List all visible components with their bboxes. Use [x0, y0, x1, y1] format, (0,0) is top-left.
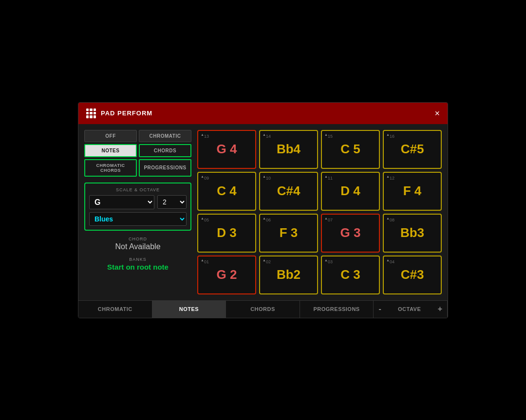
bottom-progressions-button[interactable]: PROGRESSIONS [300, 301, 374, 318]
pad-number: ▲07 [324, 217, 333, 222]
pad-number: ▲02 [263, 258, 271, 264]
bottom-chords-button[interactable]: CHORDS [226, 301, 300, 318]
octave-label: OCTAVE [386, 306, 433, 312]
mode-notes-button[interactable]: NOTES [84, 144, 137, 157]
banks-section: BANKS Start on root note [84, 257, 191, 271]
pad-note: C 5 [340, 142, 360, 157]
pad-note: D 3 [217, 225, 236, 240]
pad-note: C#5 [401, 142, 424, 157]
pad-number: ▲12 [386, 175, 394, 181]
pad-number: ▲15 [324, 133, 333, 139]
pad-note: C#3 [401, 267, 424, 282]
pad-grid: ▲13 G 4 ▲14 Bb4 ▲15 C 5 ▲16 C#5 ▲09 C 4 … [197, 130, 442, 294]
scale-octave-section: SCALE & OCTAVE G 2 Blues [84, 183, 191, 231]
pad-note: F 3 [280, 225, 298, 240]
octave-minus-button[interactable]: - [374, 301, 386, 318]
pad-07[interactable]: ▲07 G 3 [321, 214, 380, 253]
pad-note: G 2 [217, 267, 237, 282]
modal-overlay: PAD PERFORM × OFF CHROMATIC NOTES CHORDS… [0, 0, 526, 420]
pad-note: G 4 [217, 142, 237, 157]
octave-select[interactable]: 2 [157, 195, 187, 209]
modal-header: PAD PERFORM × [78, 103, 448, 124]
pad-03[interactable]: ▲03 C 3 [321, 256, 380, 294]
bottom-bar: CHROMATIC NOTES CHORDS PROGRESSIONS - OC… [78, 300, 448, 318]
pad-note: C 4 [217, 183, 236, 199]
pad-02[interactable]: ▲02 Bb2 [259, 256, 318, 294]
pad-number: ▲08 [386, 217, 394, 222]
grid-icon [86, 109, 96, 118]
mode-grid: OFF CHROMATIC NOTES CHORDS CHROMATIC CHO… [84, 130, 191, 177]
pad-note: C#4 [277, 183, 301, 199]
pad-09[interactable]: ▲09 C 4 [197, 172, 256, 211]
pad-number: ▲01 [201, 258, 209, 264]
pad-number: ▲16 [386, 133, 394, 139]
close-button[interactable]: × [434, 109, 440, 118]
scale-octave-label: SCALE & OCTAVE [89, 187, 187, 192]
mode-chromatic-chords-button[interactable]: CHROMATIC CHORDS [84, 159, 137, 177]
pad-number: ▲14 [263, 133, 271, 139]
pad-13[interactable]: ▲13 G 4 [197, 130, 256, 169]
pad-number: ▲13 [201, 133, 209, 139]
chord-value: Not Available [84, 242, 191, 251]
octave-plus-button[interactable]: + [433, 301, 447, 318]
chord-section: CHORD Not Available [84, 237, 191, 251]
modal-body: OFF CHROMATIC NOTES CHORDS CHROMATIC CHO… [78, 124, 448, 300]
pad-04[interactable]: ▲04 C#3 [383, 256, 442, 294]
bottom-notes-button[interactable]: NOTES [152, 301, 226, 318]
chord-label: CHORD [84, 237, 191, 241]
pad-15[interactable]: ▲15 C 5 [321, 130, 380, 169]
bottom-chromatic-button[interactable]: CHROMATIC [78, 301, 152, 318]
pad-number: ▲03 [324, 258, 333, 264]
pad-12[interactable]: ▲12 F 4 [383, 172, 442, 211]
pad-01[interactable]: ▲01 G 2 [197, 256, 256, 294]
pad-08[interactable]: ▲08 Bb3 [383, 214, 442, 253]
banks-value: Start on root note [84, 263, 191, 271]
pad-06[interactable]: ▲06 F 3 [259, 214, 318, 253]
pad-number: ▲04 [386, 258, 394, 264]
mode-chords-button[interactable]: CHORDS [139, 144, 191, 157]
pad-perform-modal: PAD PERFORM × OFF CHROMATIC NOTES CHORDS… [78, 102, 448, 318]
modal-title: PAD PERFORM [101, 110, 152, 117]
pad-16[interactable]: ▲16 C#5 [383, 130, 442, 169]
pad-note: C 3 [340, 267, 360, 282]
header-left: PAD PERFORM [86, 109, 152, 118]
pad-11[interactable]: ▲11 D 4 [321, 172, 380, 211]
pad-note: F 4 [403, 183, 422, 199]
pad-note: D 4 [340, 183, 360, 199]
pad-number: ▲10 [263, 175, 271, 181]
mode-off-button[interactable]: OFF [84, 130, 137, 142]
mode-chromatic-button[interactable]: CHROMATIC [139, 130, 191, 142]
pad-number: ▲06 [263, 217, 271, 222]
pad-note: Bb4 [277, 142, 301, 157]
scale-type-select[interactable]: Blues [89, 212, 187, 226]
left-panel: OFF CHROMATIC NOTES CHORDS CHROMATIC CHO… [84, 130, 191, 294]
pad-10[interactable]: ▲10 C#4 [259, 172, 318, 211]
banks-label: BANKS [84, 257, 191, 262]
pad-note: Bb3 [400, 225, 424, 240]
pad-note: Bb2 [277, 267, 301, 282]
pad-05[interactable]: ▲05 D 3 [197, 214, 256, 253]
pad-note: G 3 [340, 225, 361, 240]
scale-select[interactable]: G [89, 195, 154, 209]
pad-14[interactable]: ▲14 Bb4 [259, 130, 318, 169]
pad-number: ▲11 [324, 175, 333, 181]
mode-progressions-button[interactable]: PROGRESSIONS [139, 159, 191, 177]
pad-number: ▲05 [201, 217, 209, 222]
scale-row: G 2 [89, 195, 187, 209]
octave-group: - OCTAVE + [374, 301, 448, 318]
pad-number: ▲09 [201, 175, 209, 181]
